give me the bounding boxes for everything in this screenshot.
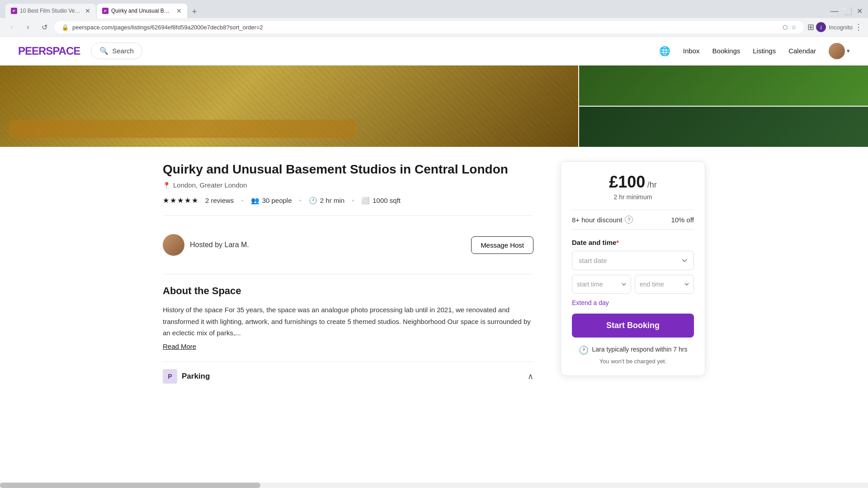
incognito-label: Incognito: [829, 24, 853, 31]
browser-controls: ‹ › ↺ 🔒 peerspace.com/pages/listings/626…: [0, 18, 868, 36]
star-4: ★: [184, 196, 191, 205]
parking-section: P Parking ∧: [163, 361, 533, 391]
window-close[interactable]: ✕: [857, 7, 863, 15]
capacity-text: 30 people: [262, 197, 292, 204]
listings-link[interactable]: Listings: [753, 47, 776, 55]
more-options-icon[interactable]: ⋮: [854, 22, 863, 32]
bookings-link[interactable]: Bookings: [712, 47, 741, 55]
read-more-link[interactable]: Read More: [163, 343, 196, 350]
navbar: PEERSPACE 🔍 Search 🌐 Inbox Bookings List…: [0, 37, 868, 66]
hero-main-image: [0, 66, 578, 147]
about-title: About the Space: [163, 285, 533, 297]
reviews-text: 2 reviews: [205, 197, 234, 204]
listing-meta: ★ ★ ★ ★ ★ 2 reviews • 👥 30 people • 🕐: [163, 196, 533, 205]
response-clock-icon: 🕐: [579, 345, 589, 355]
extensions-icon[interactable]: ⊞: [807, 22, 814, 32]
user-avatar: [829, 43, 845, 59]
response-text: Lara typically respond within 7 hrs: [592, 345, 688, 354]
profile-icon[interactable]: i: [816, 22, 826, 32]
discount-text: 8+ hour discount: [572, 216, 622, 224]
main-content: Quirky and Unusual Basement Studios in C…: [145, 147, 723, 391]
browser-tab-1[interactable]: P 10 Best Film Studio Venues - Lo... ✕: [5, 4, 96, 18]
meta-sep-2: •: [299, 197, 302, 204]
rating-stars: ★ ★ ★ ★ ★: [163, 196, 198, 205]
price-minimum: 2 hr minimum: [572, 193, 694, 201]
tab-label-1: 10 Best Film Studio Venues - Lo...: [20, 8, 80, 14]
start-date-select[interactable]: start date: [572, 251, 694, 270]
end-time-select[interactable]: end time: [635, 275, 694, 294]
start-time-select[interactable]: start time: [572, 275, 631, 294]
address-text: peerspace.com/pages/listings/62694ef8fd5…: [72, 24, 263, 31]
page-wrapper: PEERSPACE 🔍 Search 🌐 Inbox Bookings List…: [0, 37, 868, 485]
browser-tabs: P 10 Best Film Studio Venues - Lo... ✕ P…: [5, 4, 201, 18]
price-row: £100 /hr: [572, 173, 694, 192]
host-avatar: [163, 234, 184, 256]
discount-help-icon[interactable]: ?: [625, 216, 633, 224]
parking-badge: P: [163, 369, 177, 384]
people-icon: 👥: [251, 197, 259, 205]
globe-icon[interactable]: 🌐: [659, 46, 670, 56]
datetime-label: Date and time*: [572, 239, 694, 246]
bookmark-icon[interactable]: ☆: [791, 24, 797, 31]
capacity-info: 👥 30 people: [251, 197, 292, 205]
user-menu-chevron: ▾: [847, 47, 850, 54]
user-menu[interactable]: ▾: [829, 43, 850, 59]
booking-sidebar: £100 /hr 2 hr minimum 8+ hour discount ?…: [561, 147, 705, 391]
hero-secondary-images: [579, 66, 868, 147]
search-icon: 🔍: [99, 47, 108, 55]
inbox-link[interactable]: Inbox: [683, 47, 700, 55]
search-button[interactable]: 🔍 Search: [91, 42, 142, 59]
forward-button[interactable]: ›: [22, 21, 34, 33]
booking-card: £100 /hr 2 hr minimum 8+ hour discount ?…: [561, 161, 705, 376]
parking-chevron-icon[interactable]: ∧: [528, 371, 533, 381]
scrollbar[interactable]: [0, 483, 868, 485]
hero-image-2: [579, 66, 868, 106]
star-1: ★: [163, 196, 169, 205]
location-text: London, Greater London: [173, 181, 247, 189]
no-charge-text: You won't be charged yet.: [572, 358, 694, 365]
listing-title: Quirky and Unusual Basement Studios in C…: [163, 161, 533, 178]
new-tab-button[interactable]: +: [188, 5, 201, 18]
host-name: Hosted by Lara M.: [190, 241, 249, 249]
window-minimize[interactable]: —: [830, 6, 839, 16]
extend-day-link[interactable]: Extend a day: [572, 299, 694, 306]
reviews-count[interactable]: 2 reviews: [205, 197, 234, 204]
min-time-text: 2 hr min: [320, 197, 344, 204]
size-text: 1000 sqft: [373, 197, 401, 204]
content-left: Quirky and Unusual Basement Studios in C…: [163, 147, 561, 391]
message-host-button[interactable]: Message Host: [471, 236, 533, 254]
tab-close-1[interactable]: ✕: [85, 7, 90, 14]
discount-label: 8+ hour discount ?: [572, 216, 633, 224]
calendar-link[interactable]: Calendar: [788, 47, 816, 55]
navbar-right: 🌐 Inbox Bookings Listings Calendar ▾: [659, 43, 850, 59]
refresh-button[interactable]: ↺: [38, 21, 51, 33]
about-section: About the Space History of the space For…: [163, 285, 533, 351]
back-button[interactable]: ‹: [5, 21, 18, 33]
ruler-icon: ⬜: [361, 197, 370, 205]
navbar-logo[interactable]: PEERSPACE: [18, 45, 80, 57]
size-info: ⬜ 1000 sqft: [361, 197, 401, 205]
hero-images: [0, 66, 868, 147]
start-booking-button[interactable]: Start Booking: [572, 314, 694, 338]
parking-header[interactable]: P Parking ∧: [163, 362, 533, 391]
cast-icon[interactable]: ⬡: [783, 24, 788, 31]
browser-tab-2[interactable]: P Quirky and Unusual Basement S... ✕: [97, 4, 187, 18]
tab-close-2[interactable]: ✕: [176, 7, 182, 14]
search-label: Search: [112, 47, 134, 55]
address-bar[interactable]: 🔒 peerspace.com/pages/listings/62694ef8f…: [54, 21, 804, 33]
address-bar-icons: ⬡ ☆: [783, 24, 797, 31]
window-maximize[interactable]: ⬜: [843, 7, 852, 15]
star-5: ★: [192, 196, 198, 205]
price-amount: £100: [609, 173, 645, 191]
parking-title: P Parking: [163, 369, 210, 384]
parking-label: Parking: [182, 372, 210, 381]
meta-sep-1: •: [241, 197, 243, 204]
tab-favicon-2: P: [102, 8, 108, 14]
datetime-section: Date and time* start date start time end…: [572, 239, 694, 306]
min-time-info: 🕐 2 hr min: [309, 197, 344, 205]
discount-row: 8+ hour discount ? 10% off: [572, 210, 694, 230]
location-pin-icon: 📍: [163, 182, 170, 189]
scrollbar-thumb[interactable]: [0, 483, 260, 485]
time-row: start time end time: [572, 275, 694, 294]
divider-2: [163, 274, 533, 274]
